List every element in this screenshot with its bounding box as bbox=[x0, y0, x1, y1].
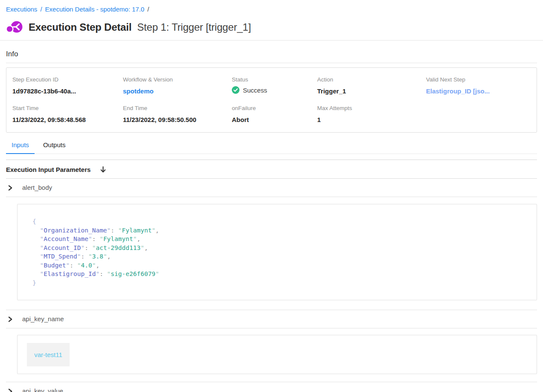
page-subtitle: Step 1: Trigger [trigger_1] bbox=[137, 21, 251, 33]
field-empty bbox=[426, 105, 531, 124]
breadcrumb-execution-details-link[interactable]: Execution Details - spotdemo: 17.0 bbox=[45, 6, 145, 13]
header-divider bbox=[0, 40, 543, 41]
field-status: Status Success bbox=[232, 76, 317, 95]
end-time-value: 11/23/2022, 09:58:50.500 bbox=[123, 116, 232, 124]
info-heading: Info bbox=[6, 50, 537, 58]
param-row-api-key-name[interactable]: api_key_name bbox=[6, 310, 537, 328]
field-label: Max Attempts bbox=[317, 105, 426, 112]
param-row-api-key-value[interactable]: api_key_value bbox=[6, 382, 537, 392]
field-label: End Time bbox=[123, 105, 232, 112]
action-value: Trigger_1 bbox=[317, 87, 426, 95]
field-workflow-version: Workflow & Version spotdemo bbox=[123, 76, 232, 95]
status-text: Success bbox=[243, 87, 267, 94]
api-key-name-value: var-test11 bbox=[27, 343, 70, 366]
field-label: Workflow & Version bbox=[123, 76, 232, 83]
field-label: Start Time bbox=[12, 105, 123, 112]
start-time-value: 11/23/2022, 09:58:48.568 bbox=[12, 116, 123, 124]
valid-next-step-link[interactable]: Elastigroup_ID [jso... bbox=[426, 87, 531, 95]
page-header: Execution Step Detail Step 1: Trigger [t… bbox=[6, 20, 537, 35]
execution-step-detail-page: Executions/Execution Details - spotdemo:… bbox=[0, 0, 543, 392]
breadcrumb-trailing-separator: / bbox=[147, 6, 149, 13]
max-attempts-value: 1 bbox=[317, 116, 426, 124]
json-viewer: {"Organization_Name": "Fylamynt","Accoun… bbox=[32, 217, 528, 287]
breadcrumb-separator: / bbox=[40, 6, 42, 13]
info-card: Step Execution ID 1d97828c-13b6-40a... W… bbox=[6, 67, 537, 133]
chevron-right-icon[interactable] bbox=[8, 185, 13, 191]
tab-outputs[interactable]: Outputs bbox=[38, 141, 71, 154]
chevron-right-icon[interactable] bbox=[8, 388, 13, 392]
field-end-time: End Time 11/23/2022, 09:58:50.500 bbox=[123, 105, 232, 124]
field-valid-next-step: Valid Next Step Elastigroup_ID [jso... bbox=[426, 76, 531, 95]
param-label-api-key-value: api_key_value bbox=[22, 387, 63, 392]
field-label: onFailure bbox=[232, 105, 317, 112]
json-line: "Elastigroup_Id": "sig-e26f6079" bbox=[32, 270, 528, 279]
field-on-failure: onFailure Abort bbox=[232, 105, 317, 124]
field-step-execution-id: Step Execution ID 1d97828c-13b6-40a... bbox=[12, 76, 123, 95]
on-failure-value: Abort bbox=[232, 116, 317, 124]
status-badge: Success bbox=[232, 86, 317, 94]
field-label: Valid Next Step bbox=[426, 76, 531, 83]
arrow-down-icon[interactable] bbox=[100, 166, 106, 173]
json-line: } bbox=[32, 279, 528, 287]
param-label-api-key-name: api_key_name bbox=[22, 315, 64, 323]
section-title: Execution Input Parameters bbox=[6, 166, 90, 173]
json-line: "Account_Name": "Fylamynt", bbox=[32, 235, 528, 244]
json-line: { bbox=[32, 217, 528, 226]
info-divider bbox=[6, 63, 537, 63]
field-action: Action Trigger_1 bbox=[317, 76, 426, 95]
fylamynt-logo-icon bbox=[6, 20, 23, 35]
field-max-attempts: Max Attempts 1 bbox=[317, 105, 426, 124]
breadcrumb-executions-link[interactable]: Executions bbox=[6, 6, 37, 13]
execution-input-parameters-header: Execution Input Parameters bbox=[6, 160, 537, 179]
json-line: "Account_ID": "act-29ddd113", bbox=[32, 244, 528, 253]
tab-inputs[interactable]: Inputs bbox=[6, 141, 35, 154]
json-line: "Organization_Name": "Fylamynt", bbox=[32, 226, 528, 235]
field-label: Action bbox=[317, 76, 426, 83]
alert-body-json-box: {"Organization_Name": "Fylamynt","Accoun… bbox=[17, 204, 537, 300]
breadcrumb: Executions/Execution Details - spotdemo:… bbox=[6, 0, 537, 14]
json-line: "Budget": "4.0", bbox=[32, 261, 528, 270]
param-row-alert-body[interactable]: alert_body bbox=[6, 179, 537, 197]
field-label: Step Execution ID bbox=[12, 76, 123, 83]
param-label-alert-body: alert_body bbox=[22, 184, 52, 192]
field-label: Status bbox=[232, 76, 317, 83]
api-key-name-value-box: var-test11 bbox=[17, 335, 537, 374]
chevron-right-icon[interactable] bbox=[8, 316, 13, 322]
page-title: Execution Step Detail bbox=[29, 21, 131, 33]
success-check-icon bbox=[232, 86, 239, 94]
json-line: "MTD_Spend": "3.8", bbox=[32, 252, 528, 261]
workflow-link[interactable]: spotdemo bbox=[123, 87, 232, 95]
tab-bar: Inputs Outputs bbox=[6, 141, 537, 154]
step-execution-id-value: 1d97828c-13b6-40a... bbox=[12, 87, 123, 95]
field-start-time: Start Time 11/23/2022, 09:58:48.568 bbox=[12, 105, 123, 124]
